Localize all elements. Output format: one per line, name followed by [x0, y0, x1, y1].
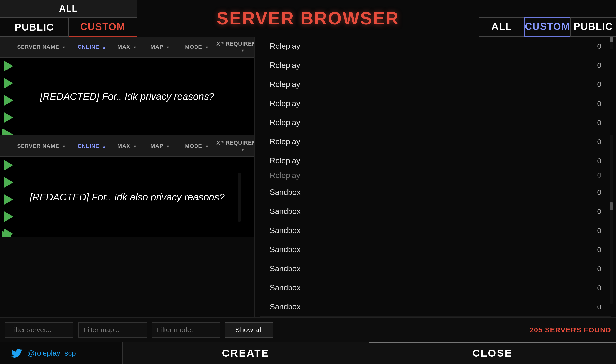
redacted-text-top: [REDACTED] For.. Idk privacy reasons?	[40, 91, 214, 102]
server-section-top: [REDACTED] For.. Idk privacy reasons?	[0, 58, 254, 136]
filter-server-input[interactable]	[5, 322, 73, 338]
server-section-bottom: [REDACTED] For.. Idk also privacy reason…	[0, 157, 254, 237]
tab-all-left[interactable]: ALL	[0, 0, 137, 18]
col-mode-header[interactable]: MODE ▼	[179, 44, 215, 50]
mode-row-top-1[interactable]: Roleplay0	[260, 56, 611, 75]
server-browser-title: SERVER BROWSER	[137, 8, 479, 28]
play-button-b2[interactable]	[2, 176, 15, 188]
mode-row-bottom-4[interactable]: Sandbox0	[260, 259, 611, 278]
filter-bar: Show all 205 SERVERS FOUND	[0, 317, 616, 342]
redacted-text-bottom: [REDACTED] For.. Idk also privacy reason…	[30, 192, 225, 203]
twitter-section: @roleplay_scp	[0, 348, 122, 359]
play-button-2[interactable]	[2, 77, 15, 89]
max-sort-icon2: ▼	[133, 144, 137, 149]
table-header-top: SERVER NAME ▼ ONLINE ▲ MAX ▼ MAP ▼ MODE …	[0, 37, 254, 58]
servers-found: 205 SERVERS FOUND	[530, 326, 611, 334]
create-button[interactable]: CREATE	[122, 342, 369, 364]
scroll-track-right	[610, 135, 613, 303]
play-button-4[interactable]	[2, 111, 15, 124]
map-sort-icon2: ▼	[166, 144, 170, 149]
mode-sort-icon2: ▼	[205, 144, 209, 149]
xp-sort-icon2: ▼	[241, 148, 245, 152]
mode-row-bottom-1[interactable]: Sandbox0	[260, 202, 611, 221]
show-all-button[interactable]: Show all	[225, 322, 273, 338]
map-sort-icon: ▼	[166, 45, 170, 50]
col-map-header[interactable]: MAP ▼	[142, 44, 179, 50]
mode-row-top-2[interactable]: Roleplay0	[260, 75, 611, 94]
play-button-b3[interactable]	[2, 193, 15, 206]
play-buttons-top	[2, 60, 15, 136]
tab-custom-left[interactable]: CUSTOM	[68, 18, 137, 37]
scroll-thumb-bottom	[610, 202, 613, 210]
server-name-sort-icon2: ▼	[62, 144, 66, 149]
col-online-header2[interactable]: ONLINE ▲	[71, 143, 113, 149]
twitter-icon	[10, 348, 23, 359]
max-sort-icon: ▼	[133, 45, 137, 50]
mode-row-partial-top: Roleplay 0	[260, 170, 611, 181]
mode-row-bottom-2[interactable]: Sandbox0	[260, 221, 611, 240]
top-nav: ALL PUBLIC CUSTOM SERVER BROWSER ALL CUS…	[0, 0, 616, 37]
play-button-1[interactable]	[2, 60, 15, 72]
play-button-b1[interactable]	[2, 159, 15, 171]
tab-custom-right[interactable]: CUSTOM	[525, 17, 571, 37]
col-online-header[interactable]: ONLINE ▲	[71, 44, 113, 50]
modes-bottom-list: Sandbox0Sandbox0Sandbox0Sandbox0Sandbox0…	[260, 183, 611, 316]
mode-row-bottom-0[interactable]: Sandbox0	[260, 183, 611, 202]
mode-list-panel: Roleplay0Roleplay0Roleplay0Roleplay0Role…	[255, 37, 616, 317]
server-list-panel: SERVER NAME ▼ ONLINE ▲ MAX ▼ MAP ▼ MODE …	[0, 37, 255, 317]
bottom-bar: @roleplay_scp CREATE CLOSE	[0, 342, 616, 364]
nav-tabs-left: ALL PUBLIC CUSTOM	[0, 0, 137, 37]
col-max-header[interactable]: MAX ▼	[113, 44, 142, 50]
mode-row-bottom-5[interactable]: Sandbox0	[260, 278, 611, 298]
col-server-name-header[interactable]: SERVER NAME ▼	[2, 44, 71, 50]
twitter-handle: @roleplay_scp	[27, 349, 76, 357]
nav-tabs-right: ALL CUSTOM PUBLIC	[479, 17, 616, 37]
mode-row-top-3[interactable]: Roleplay0	[260, 94, 611, 113]
mode-row-top-5[interactable]: Roleplay0	[260, 132, 611, 151]
col-map-header2[interactable]: MAP ▼	[142, 143, 179, 149]
scroll-indicator-bottom	[238, 173, 241, 221]
play-button-b4[interactable]	[2, 210, 15, 223]
xp-sort-icon: ▼	[241, 49, 245, 53]
scroll-thumb-right	[610, 37, 613, 49]
mode-row-bottom-6[interactable]: Sandbox0	[260, 298, 611, 316]
play-button-3[interactable]	[2, 94, 15, 106]
play-buttons-bottom	[2, 159, 15, 237]
col-xp-header2[interactable]: XP REQUIREMENT ▼	[215, 140, 255, 153]
tab-public-left[interactable]: PUBLIC	[0, 18, 68, 37]
mode-sort-icon: ▼	[205, 45, 209, 50]
tab-all-right[interactable]: ALL	[479, 17, 525, 37]
online-sort-icon: ▲	[102, 45, 106, 50]
table-header-bottom: SERVER NAME ▼ ONLINE ▲ MAX ▼ MAP ▼ MODE …	[0, 136, 254, 157]
play-button-partial-bottom	[2, 231, 15, 237]
play-button-partial-top	[2, 129, 15, 135]
server-name-sort-icon: ▼	[62, 45, 66, 50]
filter-mode-input[interactable]	[152, 322, 220, 338]
col-server-name-header2[interactable]: SERVER NAME ▼	[2, 143, 71, 149]
mode-row-top-6[interactable]: Roleplay0	[260, 151, 611, 170]
online-sort-icon2: ▲	[102, 144, 106, 149]
mode-row-top-4[interactable]: Roleplay0	[260, 113, 611, 132]
tab-public-right[interactable]: PUBLIC	[570, 17, 616, 37]
mode-row-bottom-3[interactable]: Sandbox0	[260, 240, 611, 259]
filter-map-input[interactable]	[78, 322, 147, 338]
col-xp-header[interactable]: XP REQUIREMENT ▼	[215, 41, 255, 53]
col-mode-header2[interactable]: MODE ▼	[179, 143, 215, 149]
close-button[interactable]: CLOSE	[369, 342, 616, 364]
mode-row-top-0[interactable]: Roleplay0	[260, 37, 611, 56]
modes-top-list: Roleplay0Roleplay0Roleplay0Roleplay0Role…	[260, 37, 611, 170]
scroll-thumb-indicator	[610, 37, 613, 42]
main-content: SERVER NAME ▼ ONLINE ▲ MAX ▼ MAP ▼ MODE …	[0, 37, 616, 317]
col-max-header2[interactable]: MAX ▼	[113, 143, 142, 149]
